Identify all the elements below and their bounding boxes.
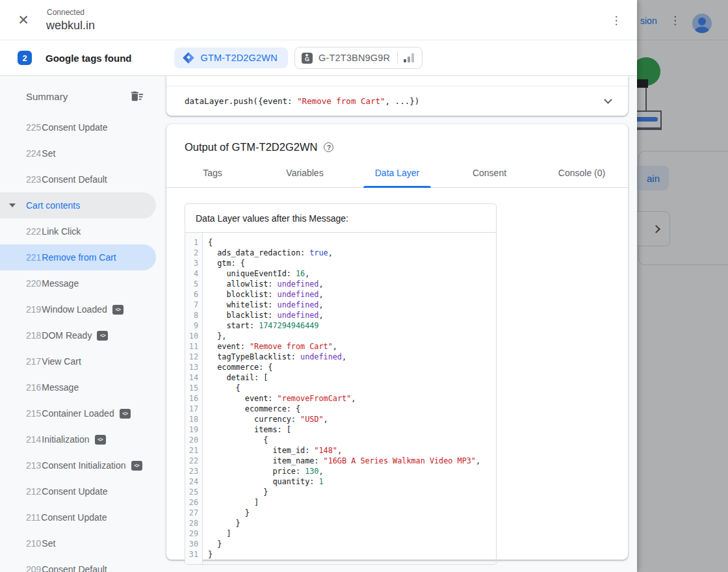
ga-tag-id: G-T2T3BN9G9R [318,53,390,63]
line-number: 5 [185,279,203,289]
tab-variables[interactable]: Variables [259,165,351,187]
code-line: 20 { [185,435,496,445]
code-line: 14 detail: [ [185,372,496,383]
line-number: 16 [185,393,203,404]
tab-label: Variables [274,165,335,187]
group-label: Cart contents [26,200,80,211]
output-tabs: TagsVariablesData LayerConsentConsole (0… [166,165,628,188]
line-number: 19 [185,424,203,435]
message-card: dataLayer.push({event: "Remove from Cart… [166,76,628,116]
divider [397,51,398,64]
sidebar-item-217-view-cart[interactable]: 217View Cart [0,348,156,374]
event-number: 209 [26,564,41,572]
sidebar-item-209-consent-default[interactable]: 209Consent Default [0,556,156,572]
ga-tag-chip[interactable]: G G-T2T3BN9G9R [294,47,422,69]
sidebar-summary-row[interactable]: Summary [0,83,156,110]
code-gutter-spacer [185,233,496,237]
event-label: Set [42,148,55,159]
datalayer-code: dataLayer.push({event: "Remove from Cart… [185,96,419,106]
panel-heading: Data Layer values after this Message: [185,204,496,233]
code-text: currency: "USD", [203,414,328,424]
background-page: sion ⋮ ain [637,0,728,572]
line-number: 7 [185,300,203,310]
help-icon[interactable]: ? [324,142,333,152]
code-text: gtm: { [203,258,245,268]
code-text: ] [203,497,259,508]
code-text: whitelist: undefined, [203,300,324,310]
chevron-down-icon [9,203,16,207]
page-title: webkul.in [46,19,95,32]
sidebar-item-224-set[interactable]: 224Set [0,140,156,166]
code-text: { [203,435,268,445]
sidebar-item-210-set[interactable]: 210Set [0,530,156,556]
kebab-menu-icon[interactable]: ⋮ [608,13,624,29]
code-line: 19 items: [ [185,424,496,435]
code-text: quantity: 1 [203,476,324,487]
sidebar-item-221-remove-from-cart[interactable]: 221Remove from Cart [0,244,156,270]
event-label: Consent Update [42,122,107,133]
tab-label: Data Layer [363,165,431,187]
code-line: 27 } [185,508,496,518]
sidebar-group-cart-contents[interactable]: Cart contents [0,192,156,218]
sidebar-item-219-window-loaded[interactable]: 219Window Loaded<> [0,296,156,322]
code-line: 4 uniqueEventId: 16, [185,268,496,279]
event-number: 215 [26,408,41,419]
code-line: 22 item_name: "16GB A Series Walkman Vid… [185,456,496,466]
tab-tags[interactable]: Tags [166,165,259,187]
sidebar-item-225-consent-update[interactable]: 225Consent Update [0,114,156,140]
line-number: 17 [185,404,203,414]
line-number: 21 [185,445,203,456]
line-number: 9 [185,320,203,331]
event-number: 214 [26,434,41,445]
sidebar-item-215-container-loaded[interactable]: 215Container Loaded<> [0,400,156,426]
code-line: 5 allowlist: undefined, [185,279,496,289]
event-number: 219 [26,304,41,315]
sidebar-item-220-message[interactable]: 220Message [0,270,156,296]
code-text: } [203,549,213,560]
tab-console-0-[interactable]: Console (0) [536,165,628,187]
code-line: 18 currency: "USD", [185,414,496,424]
close-icon[interactable]: ✕ [16,12,31,28]
sidebar-item-214-initialization[interactable]: 214Initialization<> [0,426,156,452]
analytics-bars-icon[interactable] [404,53,415,63]
chevron-down-icon[interactable] [604,96,612,104]
code-tag-icon: <> [131,461,142,471]
sidebar-item-211-consent-update[interactable]: 211Consent Update [0,504,156,530]
event-number: 218 [26,330,41,341]
event-label: Consent Default [42,564,107,572]
line-number: 23 [185,466,203,476]
gtm-container-chip[interactable]: GTM-T2D2G2WN [174,47,288,68]
event-number: 220 [26,278,41,289]
connection-status: Connected [47,8,84,17]
code-text: allowlist: undefined, [203,279,324,289]
tab-label: Consent [461,165,518,187]
previous-message-row[interactable] [166,76,628,86]
google-tag-icon: G [302,53,313,64]
code-text: }, [203,331,226,341]
code-line: 11 event: "Remove from Cart", [185,341,496,352]
tag-assistant-panel: ✕ Connected webkul.in ⋮ 2 Google tags fo… [0,0,637,572]
line-number: 15 [185,383,203,393]
tab-label: Console (0) [547,165,617,187]
code-line: 17 ecommerce: { [185,404,496,414]
sidebar-item-213-consent-initialization[interactable]: 213Consent Initialization<> [0,452,156,478]
sidebar-item-222-link-click[interactable]: 222Link Click [0,218,156,244]
sidebar-item-216-message[interactable]: 216Message [0,374,156,400]
datalayer-push-row[interactable]: dataLayer.push({event: "Remove from Cart… [166,86,628,116]
code-tag-icon: <> [112,305,124,315]
sidebar-item-212-consent-update[interactable]: 212Consent Update [0,478,156,504]
output-title-row: Output of GTM-T2D2G2WN ? [166,124,628,153]
line-number: 28 [185,518,203,528]
screen: sion ⋮ ain ✕ Connected webkul.in ⋮ 2 [0,0,728,572]
tab-consent[interactable]: Consent [443,165,536,187]
delete-sweep-icon[interactable] [130,89,144,103]
code-tag-icon: <> [120,409,131,419]
code-line: 24 quantity: 1 [185,476,496,487]
tab-data-layer[interactable]: Data Layer [351,165,443,187]
sidebar-item-218-dom-ready[interactable]: 218DOM Ready<> [0,322,156,348]
line-number: 30 [185,539,203,549]
event-label: Link Click [42,226,81,237]
sidebar-item-223-consent-default[interactable]: 223Consent Default [0,166,156,192]
event-label: Consent Update [42,486,107,497]
code-text: ecommerce: { [203,404,300,414]
